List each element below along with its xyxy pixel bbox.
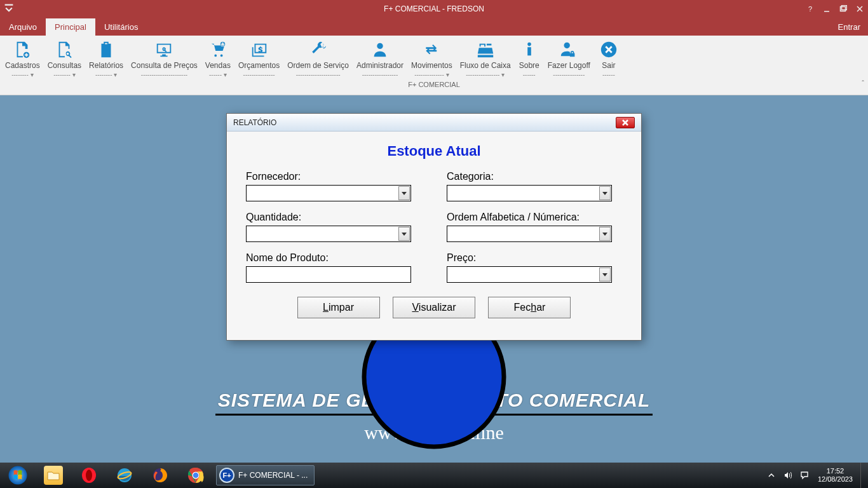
report-dialog: RELATÓRIO Estoque Atual Fornecedor: Cate… <box>226 113 642 341</box>
svg-point-15 <box>193 473 199 478</box>
running-label: F+ COMERCIAL - ... <box>238 471 308 480</box>
field-categoria: Categoria: <box>447 171 622 201</box>
dropdown-indicator-icon <box>95 71 117 78</box>
input-ordem[interactable] <box>447 226 599 241</box>
action-center-icon[interactable] <box>798 469 811 482</box>
info-icon <box>519 39 540 60</box>
tab-utilitarios[interactable]: Utilitários <box>95 18 147 36</box>
combo-preco[interactable] <box>447 266 612 283</box>
input-nome-produto[interactable] <box>247 267 410 282</box>
close-circle-icon <box>598 39 620 60</box>
ribbon-consulta-precos[interactable]: Consulta de Preços <box>127 38 201 79</box>
taskbar-clock[interactable]: 17:52 12/08/2023 <box>818 467 853 484</box>
app-titlebar: F+ COMERCIAL - FREDSON ? <box>0 0 868 18</box>
ribbon-label: Relatórios <box>89 61 123 70</box>
ribbon-label: Ordem de Serviço <box>287 61 349 70</box>
dropdown-indicator-icon <box>209 71 227 78</box>
ribbon-fluxo-caixa[interactable]: Fluxo de Caixa <box>456 38 515 79</box>
user-lock-icon <box>558 39 580 60</box>
ribbon-sobre[interactable]: Sobre <box>515 38 544 79</box>
tab-entrar[interactable]: Entrar <box>831 18 868 36</box>
chrome-icon[interactable] <box>178 463 214 488</box>
menu-tabs: Arquivo Principal Utilitários Entrar <box>0 18 868 36</box>
input-quantidade[interactable] <box>247 226 398 241</box>
input-categoria[interactable] <box>447 186 599 201</box>
text-nome-produto[interactable] <box>246 266 411 283</box>
maximize-icon[interactable] <box>835 3 851 15</box>
chevron-down-icon[interactable] <box>599 268 611 281</box>
combo-quantidade[interactable] <box>246 226 411 242</box>
ribbon-label: Vendas <box>205 61 231 70</box>
ribbon-movimentos[interactable]: Movimentos <box>407 38 456 79</box>
input-fornecedor[interactable] <box>247 186 398 201</box>
app-title: F+ COMERCIAL - FREDSON <box>0 4 868 13</box>
ribbon-logoff[interactable]: Fazer Logoff <box>544 38 594 79</box>
user-admin-icon <box>369 39 391 60</box>
clipboard-icon <box>95 39 117 60</box>
chevron-down-icon[interactable] <box>398 227 410 241</box>
limpar-button[interactable]: Limpar <box>297 297 380 318</box>
start-button[interactable] <box>0 463 36 488</box>
explorer-icon[interactable] <box>36 463 71 488</box>
fechar-button[interactable]: Fechar <box>488 297 571 318</box>
ribbon-label: Cadastros <box>5 61 40 70</box>
show-desktop-button[interactable] <box>860 463 867 488</box>
field-ordem: Ordem Alfabetica / Númerica: <box>447 212 622 242</box>
combo-ordem[interactable] <box>447 226 612 242</box>
ie-icon[interactable] <box>107 463 142 488</box>
ribbon-label: Fazer Logoff <box>548 61 590 70</box>
svg-point-2 <box>377 43 383 49</box>
ribbon-relatorios[interactable]: Relatórios <box>85 38 127 79</box>
ribbon-consultas[interactable]: Consultas <box>44 38 85 79</box>
taskbar-running-app[interactable]: F+ F+ COMERCIAL - ... <box>216 465 315 485</box>
chevron-down-icon[interactable] <box>398 186 410 200</box>
field-fornecedor: Fornecedor: <box>246 171 421 201</box>
ribbon-vendas[interactable]: Vendas <box>201 38 234 79</box>
dialog-close-button[interactable] <box>616 117 635 128</box>
ribbon-label: Fluxo de Caixa <box>460 61 511 70</box>
qat-dropdown-icon[interactable] <box>4 4 14 13</box>
combo-categoria[interactable] <box>447 185 612 201</box>
ribbon-ordem-servico[interactable]: Ordem de Serviço <box>283 38 353 79</box>
combo-fornecedor[interactable] <box>246 185 411 201</box>
tab-arquivo[interactable]: Arquivo <box>0 18 46 36</box>
chevron-down-icon[interactable] <box>599 227 611 241</box>
ribbon-group-label: F+ COMERCIAL <box>408 81 460 88</box>
dropdown-indicator-icon <box>11 71 33 78</box>
help-icon[interactable]: ? <box>802 3 818 15</box>
wrench-icon <box>308 39 329 60</box>
separator-icon <box>602 71 615 78</box>
ribbon-cadastros[interactable]: Cadastros <box>1 38 44 79</box>
field-nome-produto: Nome do Produto: <box>246 252 421 283</box>
taskbar: F+ F+ COMERCIAL - ... 17:52 12/08/2023 <box>0 463 868 488</box>
dialog-heading: Estoque Atual <box>246 143 622 159</box>
minimize-icon[interactable] <box>818 3 835 15</box>
firefox-icon[interactable] <box>142 463 178 488</box>
ribbon-label: Consultas <box>48 61 81 70</box>
ribbon-label: Sobre <box>519 61 539 70</box>
tray-expand-icon[interactable] <box>765 469 778 482</box>
field-quantidade: Quantidade: <box>246 212 421 242</box>
tab-principal[interactable]: Principal <box>46 18 95 36</box>
clock-time: 17:52 <box>818 467 853 475</box>
file-search-icon <box>53 39 75 60</box>
separator-icon <box>523 71 536 78</box>
brand-area: SISTEMA DE GERENCIAMENTO COMERCIAL www.f… <box>0 390 868 444</box>
ribbon-label: Administrador <box>356 61 403 70</box>
volume-icon[interactable] <box>782 469 794 482</box>
input-preco[interactable] <box>447 267 599 282</box>
close-icon[interactable] <box>851 3 868 15</box>
btn-text: ar <box>536 302 545 313</box>
svg-point-9 <box>86 470 92 481</box>
chevron-down-icon[interactable] <box>599 186 611 200</box>
separator-icon <box>553 71 585 78</box>
separator-icon <box>296 71 341 78</box>
visualizar-button[interactable]: Visualizar <box>393 297 475 318</box>
ribbon-orcamentos[interactable]: Orçamentos <box>234 38 283 79</box>
ribbon-sair[interactable]: Sair <box>594 38 623 79</box>
ribbon-administrador[interactable]: Administrador <box>353 38 407 79</box>
ribbon-label: Movimentos <box>411 61 452 70</box>
opera-icon[interactable] <box>71 463 107 488</box>
ribbon-collapse-icon[interactable]: ˆ <box>862 79 864 87</box>
ribbon-label: Consulta de Preços <box>131 61 198 70</box>
